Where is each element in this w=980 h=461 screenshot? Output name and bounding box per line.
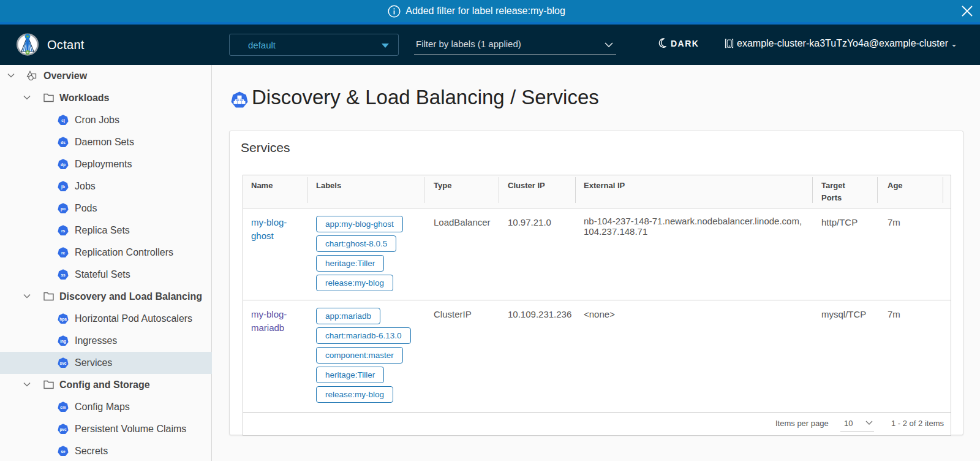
svg-text:ss: ss [61, 273, 66, 277]
svg-text:ing: ing [60, 339, 66, 344]
svg-text:hpa: hpa [59, 317, 67, 322]
svg-text:dp: dp [61, 162, 66, 167]
svg-text:rs: rs [61, 229, 66, 233]
svg-text:svc: svc [60, 361, 67, 365]
svg-text:po: po [61, 207, 66, 211]
svg-text:pvc: pvc [59, 427, 67, 432]
svg-text:cj: cj [61, 118, 65, 123]
svg-text:cm: cm [60, 405, 66, 410]
svg-text:ds: ds [61, 140, 66, 145]
svg-text:jb: jb [61, 185, 65, 189]
svg-text:rc: rc [61, 251, 66, 255]
svg-text:se: se [61, 449, 66, 454]
